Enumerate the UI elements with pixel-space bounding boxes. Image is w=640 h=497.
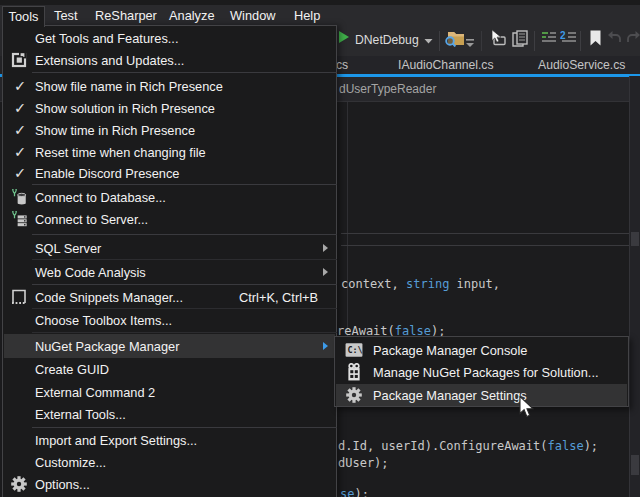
scrollbar-mark <box>631 455 639 475</box>
svg-text:C:\: C:\ <box>347 345 362 355</box>
scrollbar-mark <box>631 232 639 246</box>
menu-separator <box>32 332 337 333</box>
format-document-icon[interactable] <box>541 30 557 46</box>
code-snippets-icon <box>10 288 28 306</box>
menu-item-show-time-in-rich-presence[interactable]: ✓ Show time in Rich Presence <box>4 119 335 141</box>
toolbar-separator <box>534 31 535 51</box>
menu-separator <box>32 308 337 309</box>
menu-item-create-guid[interactable]: Create GUID <box>4 359 335 381</box>
vertical-scrollbar[interactable] <box>630 76 640 497</box>
menu-item-show-solution-in-rich-presence[interactable]: ✓ Show solution in Rich Presence <box>4 97 335 119</box>
gear-icon <box>345 386 363 404</box>
menu-item-get-tools-and-features[interactable]: Get Tools and Features... <box>4 27 335 49</box>
split-dropdown-icon[interactable] <box>465 39 475 48</box>
menu-item-connect-to-server[interactable]: Connect to Server... <box>4 208 335 230</box>
editor-margin-line <box>347 102 348 336</box>
tools-menu-popup: Get Tools and Features... Extensions and… <box>2 25 337 497</box>
menu-item-import-and-export-settings[interactable]: Import and Export Settings... <box>4 429 335 451</box>
submenu-item-package-manager-console[interactable]: C:\ Package Manager Console <box>336 339 627 361</box>
menu-item-external-command-2[interactable]: External Command 2 <box>4 381 335 403</box>
mouse-cursor <box>519 396 535 418</box>
tab-iaudiochannel[interactable]: IAudioChannel.cs <box>398 56 494 74</box>
menu-item-reset-time-when-changing-file[interactable]: ✓ Reset time when changing file <box>4 141 335 163</box>
submenu-arrow-icon <box>323 342 328 350</box>
menu-item-sql-server[interactable]: SQL Server <box>4 237 335 259</box>
submenu-item-package-manager-settings[interactable]: Package Manager Settings <box>336 384 627 406</box>
menu-item-nuget-package-manager[interactable]: NuGet Package Manager <box>4 334 335 358</box>
submenu-arrow-icon <box>323 268 328 276</box>
menu-item-enable-discord-presence[interactable]: ✓ Enable Discord Presence <box>4 162 335 184</box>
checkmark-icon: ✓ <box>14 122 26 138</box>
navigate-backward-icon[interactable] <box>607 30 622 46</box>
menu-item-customize[interactable]: Customize... <box>4 451 335 473</box>
search-in-folder-icon[interactable] <box>445 29 465 47</box>
copy-document-icon[interactable] <box>511 29 530 47</box>
menu-analyze[interactable]: Analyze <box>169 5 215 26</box>
checkmark-icon: ✓ <box>14 100 26 116</box>
visual-studio-window: Test ReSharper Analyze Window Help Tools… <box>0 0 640 497</box>
chevron-down-icon[interactable] <box>424 38 433 44</box>
bookmark-icon[interactable] <box>589 30 602 46</box>
menu-item-connect-to-database[interactable]: Connect to Database... <box>4 186 335 208</box>
menu-resharper[interactable]: ReSharper <box>95 5 157 26</box>
checkmark-icon: ✓ <box>14 165 26 181</box>
navigate-forward-icon[interactable] <box>626 30 640 46</box>
editor-rule-line <box>341 245 629 246</box>
format-selection-icon[interactable]: 2 <box>560 30 577 46</box>
submenu-arrow-icon <box>323 244 328 252</box>
menu-window[interactable]: Window <box>230 5 276 26</box>
menu-separator <box>32 234 337 235</box>
breadcrumb[interactable]: dUserTypeReader <box>339 77 436 101</box>
menu-tools[interactable]: Tools <box>2 6 45 27</box>
tab-audioservice[interactable]: AudioService.cs <box>538 56 625 74</box>
menu-separator <box>32 427 337 428</box>
menu-item-extensions-and-updates[interactable]: Extensions and Updates... <box>4 49 335 71</box>
nuget-submenu-popup: C:\ Package Manager Console Manage NuGet… <box>334 336 629 407</box>
start-debug-icon[interactable] <box>338 30 350 44</box>
code-line: se); <box>340 487 369 497</box>
navigate-to-icon[interactable] <box>489 29 507 47</box>
menu-bar: Test ReSharper Analyze Window Help <box>0 5 640 26</box>
checkmark-icon: ✓ <box>14 144 26 160</box>
menu-separator <box>32 72 337 73</box>
svg-text:2: 2 <box>560 30 566 41</box>
gear-icon <box>10 475 28 493</box>
menu-item-show-file-name-in-rich-presence[interactable]: ✓ Show file name in Rich Presence <box>4 75 335 97</box>
connect-server-icon <box>10 210 28 228</box>
menu-separator <box>32 259 337 260</box>
submenu-item-manage-nuget-packages-for-solution[interactable]: Manage NuGet Packages for Solution... <box>336 361 627 383</box>
tab-partial[interactable]: cs <box>336 56 348 74</box>
extensions-icon <box>10 51 28 69</box>
toolbar-grip <box>481 31 482 51</box>
code-line: d.Id, userId).ConfigureAwait(false); <box>338 439 598 454</box>
menu-item-options[interactable]: Options... <box>4 473 335 495</box>
editor-rule-line <box>341 233 629 234</box>
code-line: dUser); <box>338 456 389 471</box>
console-icon: C:\ <box>345 341 363 359</box>
menu-test[interactable]: Test <box>54 5 77 26</box>
menu-separator <box>32 284 337 285</box>
package-icon <box>345 363 363 381</box>
menu-separator <box>32 184 337 185</box>
toolbar-separator <box>439 31 440 51</box>
menu-item-code-snippets-manager[interactable]: Code Snippets Manager... Ctrl+K, Ctrl+B <box>4 287 335 308</box>
toolbar-separator <box>580 31 581 51</box>
menu-item-external-tools[interactable]: External Tools... <box>4 403 335 425</box>
menu-item-choose-toolbox-items[interactable]: Choose Toolbox Items... <box>4 310 335 332</box>
shortcut-label: Ctrl+K, Ctrl+B <box>239 290 318 305</box>
connect-database-icon <box>10 188 28 206</box>
checkmark-icon: ✓ <box>14 78 26 94</box>
menu-item-web-code-analysis[interactable]: Web Code Analysis <box>4 261 335 283</box>
menu-help[interactable]: Help <box>294 5 320 26</box>
code-line: context, string input, <box>341 277 500 292</box>
run-target-label[interactable]: DNetDebug <box>355 33 419 47</box>
